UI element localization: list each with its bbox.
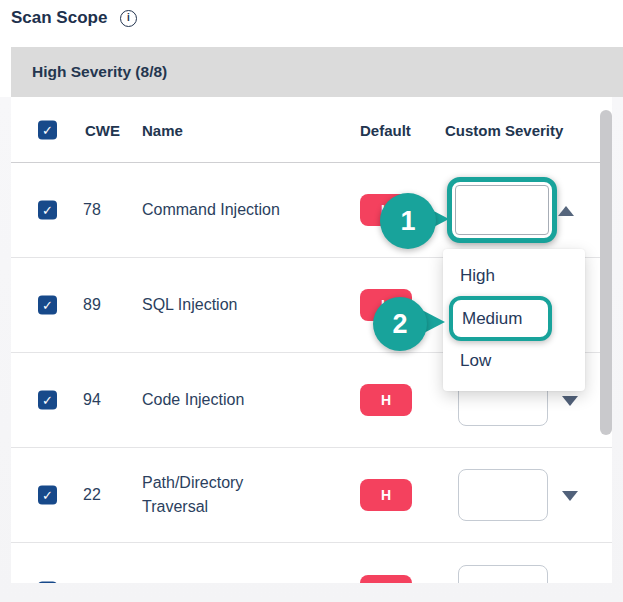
dropdown-arrow-icon[interactable]	[562, 396, 578, 406]
cwe-name: Code Injection	[142, 388, 244, 412]
info-icon[interactable]: i	[120, 10, 137, 27]
table-row-cwe-22: ✓ 22 Path/Directory Traversal H	[11, 448, 612, 543]
select-all-checkbox[interactable]: ✓	[38, 120, 57, 139]
row-checkbox[interactable]: ✓	[38, 581, 57, 583]
severity-group-header[interactable]: High Severity (8/8)	[11, 47, 623, 97]
scan-scope-panel: Scan Scope i High Severity (8/8) ✓ CWE N…	[0, 0, 623, 602]
menu-item-high[interactable]: High	[460, 266, 495, 286]
row-checkbox[interactable]: ✓	[38, 391, 57, 410]
callout-step-2: 2	[373, 297, 427, 351]
cwe-id: 22	[83, 486, 117, 504]
table-row-partial: ✓	[11, 543, 612, 583]
custom-severity-select-highlighted[interactable]	[447, 177, 557, 243]
table-header-row: ✓ CWE Name Default Custom Severity	[11, 97, 612, 163]
scrollbar[interactable]	[600, 110, 612, 435]
custom-severity-select[interactable]	[458, 469, 548, 521]
column-header-name: Name	[142, 121, 183, 138]
dropdown-arrow-up-icon[interactable]	[558, 206, 574, 216]
cwe-id: 94	[83, 391, 117, 409]
severity-dropdown-menu: High Medium Low	[443, 249, 585, 391]
default-severity-badge	[360, 575, 412, 584]
cwe-name: Path/Directory Traversal	[142, 471, 312, 519]
row-checkbox[interactable]: ✓	[38, 486, 57, 505]
cwe-name: SQL Injection	[142, 293, 237, 317]
cwe-id: 78	[83, 201, 117, 219]
severity-group-label: High Severity (8/8)	[32, 63, 167, 81]
custom-severity-select[interactable]	[458, 565, 548, 584]
cwe-name: Command Injection	[142, 198, 280, 222]
row-checkbox[interactable]: ✓	[38, 296, 57, 315]
column-header-custom-severity: Custom Severity	[445, 121, 563, 138]
page-title: Scan Scope	[11, 8, 107, 28]
column-header-default: Default	[360, 121, 411, 138]
menu-item-medium-highlighted[interactable]: Medium	[449, 296, 552, 341]
column-header-cwe: CWE	[85, 121, 120, 138]
dropdown-arrow-icon[interactable]	[562, 491, 578, 501]
default-severity-badge: H	[360, 384, 412, 416]
row-checkbox[interactable]: ✓	[38, 201, 57, 220]
menu-item-medium-label: Medium	[462, 309, 522, 329]
cwe-id: 89	[83, 296, 117, 314]
callout-step-1: 1	[380, 193, 436, 249]
select-field[interactable]	[455, 185, 549, 235]
default-severity-badge: H	[360, 479, 412, 511]
menu-item-low[interactable]: Low	[460, 351, 491, 371]
